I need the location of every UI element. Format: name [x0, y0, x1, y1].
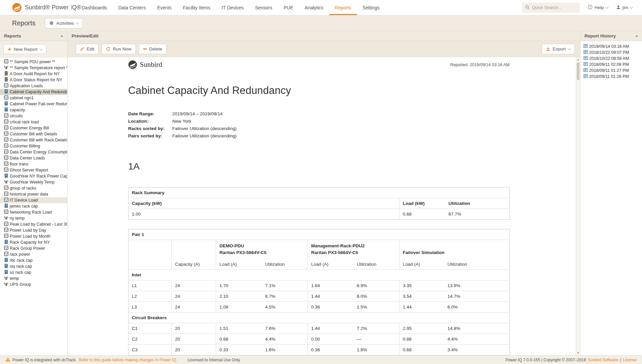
report-list-item[interactable]: floor trans [0, 161, 67, 167]
quick-search-input[interactable] [532, 5, 577, 10]
report-list-item[interactable]: ** Sample Temperature report ** [0, 65, 67, 71]
report-list-item[interactable]: Customer Bill with Details [0, 131, 67, 137]
nav-item-data-centers[interactable]: Data Centers [113, 0, 152, 15]
report-list-item[interactable]: Rack Group Power [0, 245, 67, 251]
license-note: Licensed to Internal Use Only [187, 358, 240, 362]
report-list-item[interactable]: Customer Billing [0, 143, 67, 149]
rack-summary-table: Rack SummaryCapacity (kW)Load (kW)Utiliz… [128, 187, 510, 220]
report-list-item[interactable]: Cabinet Power Fail-over Redundancy [0, 101, 67, 107]
svg-text:?: ? [589, 5, 591, 9]
report-list-item[interactable]: Peak Load by Cabinet - Last 30 Days [0, 221, 67, 227]
report-item-label: ny temp [10, 216, 24, 221]
report-item-label: A Door Audit Report for NY [10, 72, 60, 76]
nav-item-facility-items[interactable]: Facility Items [177, 0, 216, 15]
report-list-item[interactable]: historical power data [0, 191, 67, 197]
report-list-item[interactable]: Customer Energy Bill [0, 125, 67, 131]
scrollbar-thumb[interactable] [577, 63, 579, 80]
activities-button[interactable]: Activities [45, 18, 83, 28]
report-list-item[interactable]: GoodYear NY Rack Power Cap [0, 173, 67, 179]
report-item-label: Cabinet Capacity And Redundancy [10, 90, 67, 94]
help-menu[interactable]: ? Help [588, 5, 608, 10]
report-list-item[interactable]: group of racks [0, 185, 67, 191]
report-list-item[interactable]: circuits [0, 113, 67, 119]
table-cell: Capacity (kW) [128, 198, 399, 209]
run-now-button[interactable]: Run Now [102, 44, 136, 54]
meta-value: Failover Utilization (descending) [172, 126, 237, 131]
preview-scrollbar[interactable] [576, 57, 580, 355]
nav-item-events[interactable]: Events [152, 0, 177, 15]
license-link[interactable]: License [623, 358, 637, 362]
report-run-icon [583, 62, 588, 67]
report-list-item[interactable]: cabinet ngn1 [0, 95, 67, 101]
report-list-item[interactable]: crtical rack load [0, 119, 67, 125]
report-list-item[interactable]: Customer Bill with Rack Details [0, 137, 67, 143]
report-list-item[interactable]: siq rack cap [0, 263, 67, 269]
report-list-item[interactable]: temp [0, 275, 67, 281]
table-cell: 8.7% [262, 291, 308, 301]
table-row: C3200.331.6%0.361.8%0.683.4% [128, 344, 510, 355]
history-item[interactable]: 2018/09/11 01:27 PM [581, 68, 641, 74]
nav-item-dashboards[interactable]: Dashboards [76, 0, 113, 15]
report-list-item[interactable]: rack power [0, 251, 67, 257]
user-menu[interactable]: jim [616, 5, 633, 10]
report-list-item[interactable]: ** Sample PDU power ** [0, 59, 67, 65]
cabinet-report-icon [4, 173, 8, 179]
report-list-item[interactable]: UPS Group [0, 281, 67, 287]
report-list-item[interactable]: Application Loads [0, 83, 67, 89]
report-list-item[interactable]: so rack cap [0, 269, 67, 275]
edit-button[interactable]: Edit [76, 44, 99, 54]
report-list-item[interactable]: GoodYear Weekly Temp [0, 179, 67, 185]
guide-link[interactable]: Refer to this guide before making change… [79, 358, 177, 362]
page-header: Reports Activities [0, 15, 642, 31]
report-list-item[interactable]: Power Load by Month [0, 233, 67, 239]
report-meta-row: Pairs sorted by:Failover Utilization (de… [128, 133, 510, 138]
table-cell: — [354, 334, 399, 344]
scroll-down-icon[interactable] [576, 351, 580, 355]
report-list-item[interactable]: Data Center Energy Consumption [0, 149, 67, 155]
report-list-item[interactable]: Data Center Loads [0, 155, 67, 161]
sensor-report-icon [4, 276, 8, 281]
nav-item-sensors[interactable]: Sensors [249, 0, 278, 15]
collapse-panel-icon[interactable] [635, 35, 638, 37]
report-list-item[interactable]: ny temp [0, 215, 67, 221]
new-report-button[interactable]: New Report [3, 44, 47, 54]
history-item[interactable]: 2018/10/22 09:07 PM [581, 49, 641, 55]
nav-item-reports[interactable]: Reports [329, 0, 357, 15]
chevron-down-icon [568, 47, 571, 50]
report-list-item[interactable]: Cabinet Capacity And Redundancy [0, 89, 67, 95]
cabinet-report-icon [4, 101, 8, 107]
table-cell: 1.5% [354, 301, 399, 312]
report-item-label: so rack cap [10, 270, 31, 275]
report-list-item[interactable]: Networking Rack Load [0, 209, 67, 215]
nav-item-pue[interactable]: PUE [278, 0, 299, 15]
scroll-up-icon[interactable] [576, 57, 580, 62]
delete-button[interactable]: Delete [139, 44, 167, 54]
report-list-item[interactable]: A Door Audit Report for NY [0, 71, 67, 77]
nav-item-it-devices[interactable]: IT Devices [216, 0, 249, 15]
report-list-item[interactable]: james rack cap [0, 203, 67, 209]
nav-item-analytics[interactable]: Analytics [299, 0, 329, 15]
table-cell: Inlet [128, 269, 510, 280]
history-item[interactable]: 2019/09/14 03:16 AM [581, 43, 641, 49]
collapse-panel-icon[interactable] [61, 35, 63, 37]
history-item[interactable]: 2018/09/11 02:08 PM [581, 62, 641, 68]
report-list-item[interactable]: capacity [0, 107, 67, 113]
report-list-item[interactable]: A Door Status Report for NY [0, 77, 67, 83]
report-list-item[interactable]: Power Load by Day [0, 227, 67, 233]
nav-item-settings[interactable]: Settings [357, 0, 385, 15]
export-button[interactable]: Export [542, 44, 575, 54]
report-list-item[interactable]: Ghost Server Report [0, 167, 67, 173]
report-item-label: A Door Status Report for NY [10, 78, 62, 82]
vendor-link[interactable]: Sunbird Software [587, 358, 618, 362]
report-list-item[interactable]: rbc rack cap [0, 257, 67, 263]
sunbird-logo-dark-icon [128, 60, 137, 69]
history-item[interactable]: 2018/10/22 08:58 AM [581, 55, 641, 62]
table-cell: 0.68 [399, 209, 445, 220]
history-item-timestamp: 2018/10/22 08:58 AM [589, 56, 629, 61]
report-list-item[interactable]: IT Device Load [0, 197, 67, 203]
report-list-item[interactable]: Rack Capacity for NY [0, 239, 67, 245]
report-item-label: Rack Group Power [10, 246, 45, 251]
pdu-report-icon [4, 59, 8, 65]
meta-label: Location: [128, 119, 172, 124]
history-item[interactable]: 2018/09/11 01:26 PM [581, 74, 641, 80]
